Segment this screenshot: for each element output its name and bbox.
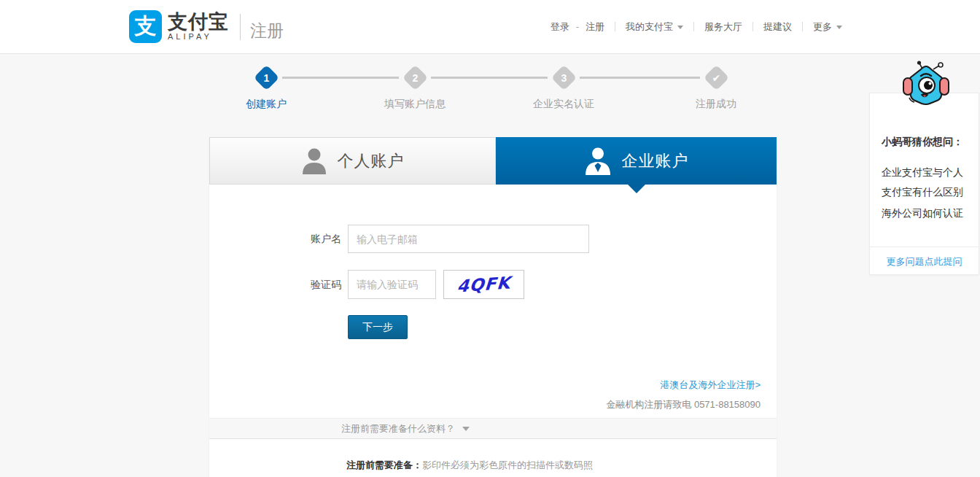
brand-english: ALIPAY	[168, 32, 212, 42]
chevron-down-icon[interactable]	[677, 26, 683, 32]
active-tab-arrow	[627, 184, 646, 193]
prepare-toggle-inner: 注册前需要准备什么资料？	[341, 422, 470, 435]
overseas-register-link[interactable]: 港澳台及海外企业注册>	[660, 379, 761, 392]
account-email-input[interactable]	[348, 225, 589, 253]
step-fill-info: 2 填写账户信息	[364, 64, 466, 111]
step-success: ✔ 注册成功	[665, 64, 767, 111]
chevron-down-icon[interactable]	[836, 26, 842, 32]
step-label: 企业实名认证	[513, 98, 615, 111]
step-indicator-3: 3	[551, 65, 576, 90]
logo-divider	[240, 14, 241, 40]
businessman-icon	[584, 147, 612, 176]
prepare-materials-toggle[interactable]: 注册前需要准备什么资料？	[209, 418, 777, 439]
tab-enterprise-account[interactable]: 企业账户	[496, 137, 777, 185]
help-panel-divider	[870, 247, 979, 247]
finance-phone-note: 金融机构注册请致电 0571-88158090	[606, 398, 761, 411]
help-panel: 小蚂哥猜你想问： 企业支付宝与个人支付宝有什么区别 海外公司如何认证 更多问题点…	[869, 93, 979, 275]
prepare-note-text: 影印件必须为彩色原件的扫描件或数码照	[422, 459, 593, 470]
step-indicator-2: 2	[402, 65, 427, 90]
step-label: 填写账户信息	[364, 98, 466, 111]
nav-separator	[615, 22, 615, 31]
captcha-input[interactable]	[348, 270, 436, 299]
nav-register[interactable]: 注册	[586, 20, 604, 34]
captcha-image-text: 4QFK	[456, 273, 511, 295]
progress-steps: 1 创建账户 2 填写账户信息 3 企业实名认证 ✔ 注册成功	[209, 64, 777, 123]
next-step-button[interactable]: 下一步	[348, 315, 408, 339]
account-name-label: 账户名	[209, 225, 341, 253]
step-label: 注册成功	[665, 98, 767, 111]
nav-separator	[693, 22, 694, 31]
nav-separator	[752, 22, 753, 31]
step-label: 创建账户	[215, 98, 317, 111]
nav-suggestion[interactable]: 提建议	[763, 20, 792, 34]
step-create-account: 1 创建账户	[215, 64, 317, 111]
tab-label-personal: 个人账户	[338, 150, 405, 172]
alipay-logo[interactable]: 支 支付宝 ALIPAY 注册	[129, 10, 284, 43]
header: 支 支付宝 ALIPAY 注册 登录 - 注册 我的支付宝 服务大厅 提建议 更…	[0, 0, 980, 54]
help-question-link[interactable]: 海外公司如何认证	[882, 206, 971, 220]
prepare-toggle-label: 注册前需要准备什么资料？	[341, 422, 455, 435]
captcha-image[interactable]: 4QFK	[443, 270, 524, 299]
nav-my-alipay[interactable]: 我的支付宝	[626, 20, 673, 34]
top-nav: 登录 - 注册 我的支付宝 服务大厅 提建议 更多	[551, 0, 842, 53]
step-verify-enterprise: 3 企业实名认证	[513, 64, 615, 111]
page-title: 注册	[250, 20, 284, 43]
nav-login[interactable]: 登录	[551, 20, 569, 34]
help-question-link[interactable]: 企业支付宝与个人支付宝有什么区别	[882, 163, 971, 202]
brand-text: 支付宝 ALIPAY	[168, 12, 229, 42]
nav-more[interactable]: 更多	[813, 20, 832, 34]
tab-personal-account[interactable]: 个人账户	[209, 137, 496, 185]
mascot-robot-icon	[899, 60, 953, 109]
step-indicator-check-icon: ✔	[703, 65, 728, 90]
nav-service-hall[interactable]: 服务大厅	[704, 20, 742, 34]
step-indicator-1: 1	[253, 65, 279, 90]
prepare-note: 注册前需要准备：影印件必须为彩色原件的扫描件或数码照	[346, 459, 593, 472]
brand-chinese: 支付宝	[168, 12, 229, 32]
register-card: 个人账户 企业账户 账户名 验证码 4QFK 下一步 港澳台及海外企业注册> 金…	[209, 137, 777, 477]
alipay-logo-icon: 支	[129, 10, 162, 43]
nav-separator	[802, 22, 803, 31]
tab-label-enterprise: 企业账户	[622, 150, 689, 172]
person-icon	[301, 147, 327, 175]
nav-dash-separator: -	[576, 21, 579, 32]
more-questions-link[interactable]: 更多问题点此提问	[870, 255, 979, 268]
captcha-label: 验证码	[209, 270, 341, 299]
chevron-down-icon	[462, 427, 470, 435]
account-type-tabs: 个人账户 企业账户	[209, 137, 777, 185]
help-panel-title: 小蚂哥猜你想问：	[882, 136, 963, 149]
prepare-note-title: 注册前需要准备：	[346, 459, 422, 470]
